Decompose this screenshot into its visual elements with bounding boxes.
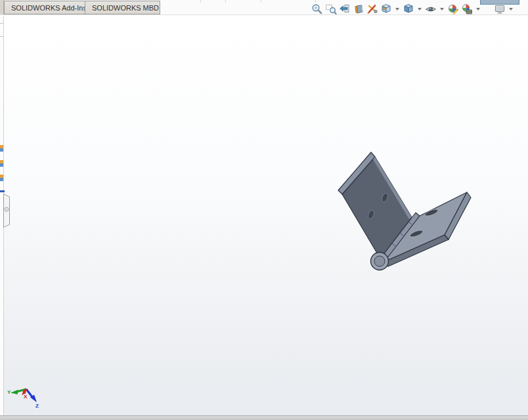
hinge-pin-end[interactable] <box>374 256 385 266</box>
apply-scene-dropdown-caret[interactable] <box>476 8 480 10</box>
view-settings-dropdown-caret[interactable] <box>509 8 513 10</box>
previous-view-icon[interactable] <box>339 3 351 15</box>
toolbar-separator <box>200 0 201 3</box>
display-style-dropdown-caret[interactable] <box>418 8 422 10</box>
toolbar-separator <box>225 0 226 3</box>
view-settings-icon[interactable] <box>494 3 506 15</box>
display-style-icon[interactable] <box>403 3 414 15</box>
toolbar-separator <box>315 0 316 3</box>
view-orientation-icon[interactable] <box>380 3 392 15</box>
section-view-icon[interactable] <box>353 3 364 15</box>
hinge-part-model[interactable] <box>338 152 471 270</box>
view-orientation-dropdown-caret[interactable] <box>395 8 399 10</box>
zoom-to-fit-icon[interactable] <box>311 3 323 15</box>
hide-show-items-icon[interactable] <box>425 3 437 15</box>
tab-solidworks-mbd[interactable]: SOLIDWORKS MBD <box>85 1 160 14</box>
triad-z-label: Z <box>35 403 39 409</box>
model-layer: Y X Z <box>0 0 528 420</box>
apply-scene-icon[interactable] <box>461 3 473 15</box>
status-bar <box>0 415 528 420</box>
hide-show-items-dropdown-caret[interactable] <box>440 8 444 10</box>
edit-appearance-icon[interactable] <box>447 3 459 15</box>
orientation-triad: Y X Z <box>7 389 39 409</box>
heads-up-view-toolbar <box>311 3 514 15</box>
triad-x-label: X <box>24 394 28 400</box>
zoom-to-area-icon[interactable] <box>325 3 337 15</box>
triad-y-label: Y <box>7 389 11 395</box>
tab-solidworks-add-ins[interactable]: SOLIDWORKS Add-Ins <box>4 1 85 14</box>
dynamic-annotation-views-icon[interactable] <box>366 3 378 15</box>
toolbar-separator <box>261 0 261 3</box>
